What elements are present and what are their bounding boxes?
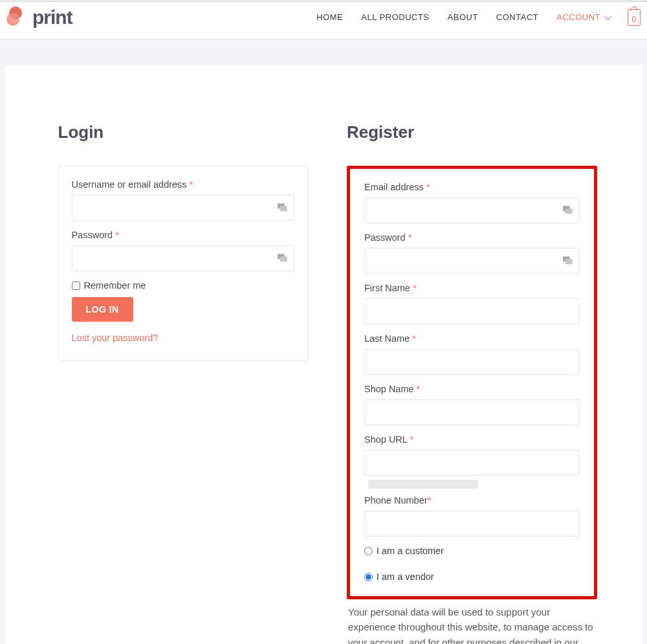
nav-all-products[interactable]: ALL PRODUCTS (361, 12, 429, 22)
register-shopurl-input[interactable] (364, 450, 580, 476)
nav-about[interactable]: ABOUT (448, 12, 478, 22)
autofill-icon (563, 206, 573, 215)
nav-account-label: ACCOUNT (556, 12, 600, 22)
nav-contact[interactable]: CONTACT (496, 12, 538, 22)
register-form-highlight: Email address * Password * (347, 166, 597, 599)
role-vendor-label: I am a vendor (377, 572, 434, 582)
nav-home[interactable]: HOME (316, 12, 343, 22)
register-phone-label: Phone Number* (364, 495, 580, 505)
brand-logo[interactable]: print (6, 6, 72, 28)
login-username-label: Username or email address * (72, 179, 295, 190)
register-email-input[interactable] (364, 197, 580, 223)
remember-me-row[interactable]: Remember me (72, 280, 295, 291)
register-lastname-input[interactable] (364, 349, 580, 375)
logo-icon (6, 6, 28, 28)
chevron-down-icon (604, 12, 611, 19)
lost-password-link[interactable]: Lost your password? (72, 333, 159, 343)
login-column: Login Username or email address * (58, 122, 309, 644)
autofill-icon (278, 254, 288, 263)
register-shopname-label: Shop Name * (364, 384, 580, 394)
cart-button[interactable]: 0 (628, 9, 641, 26)
privacy-text: Your personal data will be used to suppo… (348, 605, 596, 644)
remember-me-checkbox[interactable] (72, 282, 80, 290)
role-customer-radio[interactable] (364, 547, 373, 555)
register-shopname-input[interactable] (364, 399, 580, 425)
register-password-label: Password * (364, 232, 580, 243)
register-password-input[interactable] (364, 248, 580, 274)
register-lastname-label: Last Name * (364, 333, 580, 344)
brand-name: print (32, 6, 72, 28)
main-nav: HOME ALL PRODUCTS ABOUT CONTACT ACCOUNT … (316, 9, 641, 26)
svg-rect-3 (280, 256, 287, 261)
role-vendor-row[interactable]: I am a vendor (364, 572, 580, 582)
autofill-icon (278, 203, 288, 212)
login-form: Username or email address * Password * (58, 166, 309, 361)
register-title: Register (347, 122, 597, 142)
autofill-icon (563, 256, 573, 265)
register-firstname-input[interactable] (364, 298, 580, 324)
register-email-label: Email address * (364, 182, 580, 192)
svg-rect-5 (565, 208, 573, 214)
shop-url-hint (368, 480, 478, 489)
nav-account[interactable]: ACCOUNT (556, 12, 609, 22)
remember-me-label: Remember me (84, 280, 146, 291)
register-shopurl-label: Shop URL * (364, 434, 580, 445)
register-phone-input[interactable] (364, 511, 580, 537)
cart-count: 0 (631, 15, 636, 24)
role-customer-row[interactable]: I am a customer (364, 546, 580, 556)
login-password-input[interactable] (72, 245, 295, 271)
login-username-input[interactable] (72, 195, 295, 221)
svg-rect-1 (280, 206, 287, 211)
login-title: Login (58, 122, 309, 142)
register-firstname-label: First Name * (364, 283, 580, 293)
role-customer-label: I am a customer (377, 546, 444, 556)
auth-card: Login Username or email address * (5, 65, 642, 644)
svg-rect-7 (565, 259, 573, 264)
login-password-label: Password * (72, 230, 295, 240)
register-column: Register Email address * (347, 122, 597, 644)
site-header: print HOME ALL PRODUCTS ABOUT CONTACT AC… (0, 2, 647, 39)
role-vendor-radio[interactable] (364, 573, 373, 581)
login-button[interactable]: LOG IN (72, 297, 133, 322)
